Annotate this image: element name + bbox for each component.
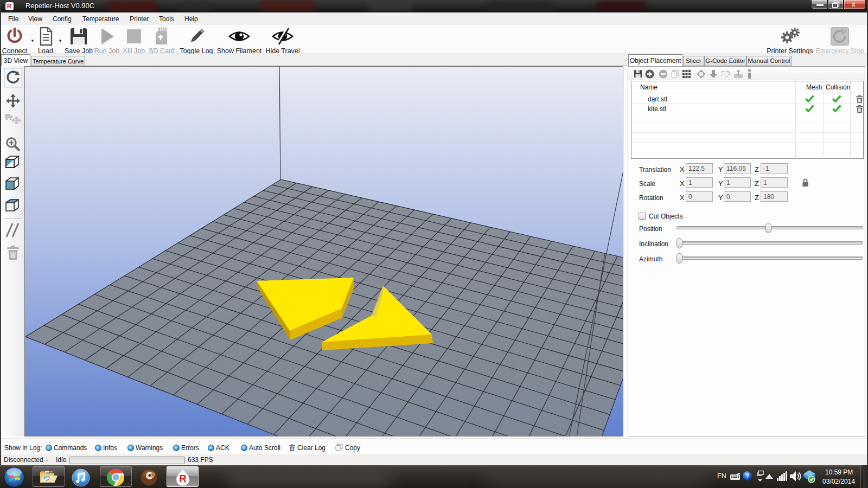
svg-text:?: ? — [745, 472, 749, 480]
svg-text:R: R — [179, 473, 187, 484]
